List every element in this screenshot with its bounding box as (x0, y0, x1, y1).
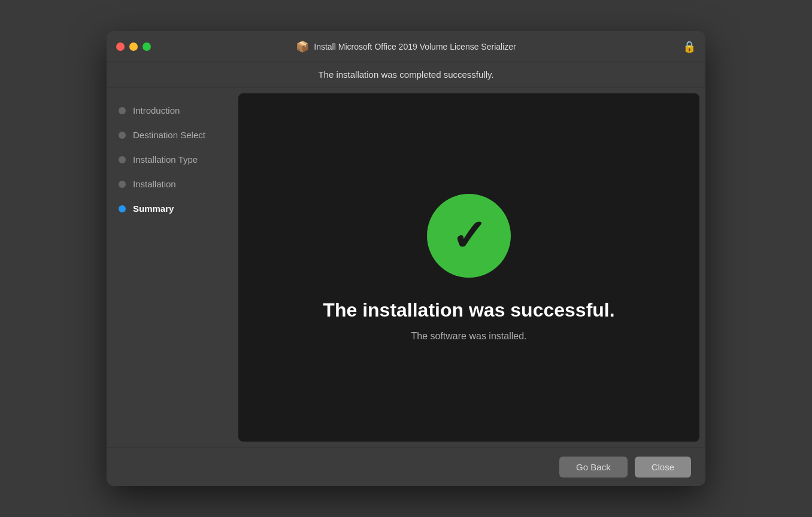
sidebar-dot-destination-select (119, 132, 126, 139)
sidebar-item-destination-select: Destination Select (107, 124, 238, 146)
subtitle-bar: The installation was completed successfu… (107, 62, 705, 87)
content-area: ✓ The installation was successful. The s… (238, 93, 699, 442)
completion-message: The installation was completed successfu… (318, 69, 493, 80)
sidebar-label-installation-type: Installation Type (133, 154, 198, 165)
sidebar-item-installation: Installation (107, 173, 238, 195)
success-title: The installation was successful. (323, 299, 614, 321)
go-back-button[interactable]: Go Back (559, 457, 628, 478)
sidebar-label-installation: Installation (133, 179, 176, 189)
lock-icon: 🔒 (683, 40, 696, 53)
sidebar-label-summary: Summary (133, 203, 174, 214)
title-bar-content: 📦 Install Microsoft Office 2019 Volume L… (296, 40, 516, 53)
sidebar-label-introduction: Introduction (133, 105, 180, 115)
close-button[interactable] (116, 42, 125, 51)
sidebar-item-summary: Summary (107, 197, 238, 220)
traffic-lights (116, 42, 151, 51)
app-icon: 📦 (296, 40, 309, 53)
window-title: Install Microsoft Office 2019 Volume Lic… (314, 42, 516, 51)
title-bar: 📦 Install Microsoft Office 2019 Volume L… (107, 31, 705, 62)
installer-window: 📦 Install Microsoft Office 2019 Volume L… (107, 31, 705, 486)
footer: Go Back Close (107, 448, 705, 486)
checkmark-icon: ✓ (451, 214, 487, 257)
sidebar: Introduction Destination Select Installa… (107, 87, 238, 448)
close-button-footer[interactable]: Close (635, 457, 691, 478)
maximize-button[interactable] (143, 42, 151, 51)
sidebar-item-installation-type: Installation Type (107, 148, 238, 171)
sidebar-item-introduction: Introduction (107, 99, 238, 121)
minimize-button[interactable] (129, 42, 138, 51)
sidebar-dot-installation (119, 181, 126, 188)
success-subtitle: The software was installed. (411, 331, 527, 342)
sidebar-label-destination-select: Destination Select (133, 130, 205, 140)
sidebar-dot-installation-type (119, 156, 126, 163)
success-icon-wrapper: ✓ (427, 194, 511, 278)
sidebar-dot-introduction (119, 107, 126, 114)
main-content: Introduction Destination Select Installa… (107, 87, 705, 448)
sidebar-dot-summary (119, 205, 126, 212)
